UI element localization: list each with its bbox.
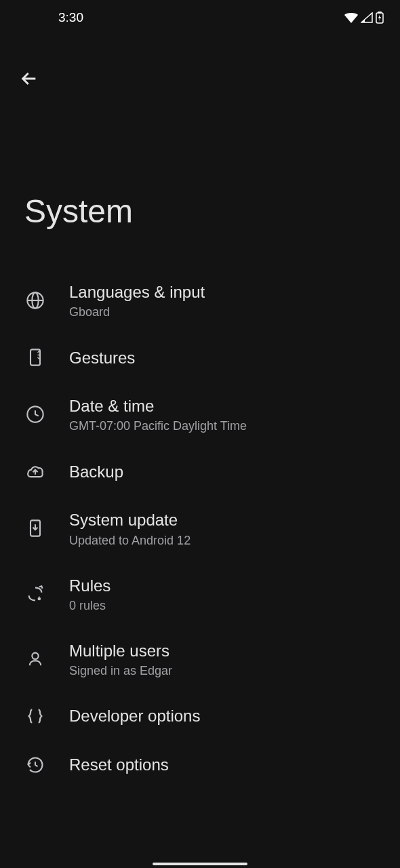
menu-item-rules[interactable]: Rules 0 rules <box>14 561 386 627</box>
rules-icon <box>24 583 46 605</box>
menu-item-backup[interactable]: Backup <box>14 447 386 496</box>
phone-gesture-icon <box>24 347 46 368</box>
menu-list: Languages & input Gboard Gestures Date &… <box>0 268 400 789</box>
menu-item-multiple-users[interactable]: Multiple users Signed in as Edgar <box>14 627 386 692</box>
menu-item-title: System update <box>69 509 376 530</box>
globe-icon <box>24 290 46 311</box>
menu-item-gestures[interactable]: Gestures <box>14 333 386 382</box>
back-button[interactable] <box>15 64 43 93</box>
page-title: System <box>0 193 400 230</box>
menu-item-datetime[interactable]: Date & time GMT-07:00 Pacific Daylight T… <box>14 382 386 447</box>
battery-icon <box>376 12 384 24</box>
menu-item-title: Date & time <box>69 395 376 416</box>
menu-item-subtitle: 0 rules <box>69 599 376 613</box>
cloud-upload-icon <box>24 460 46 482</box>
svg-point-8 <box>32 653 38 659</box>
phone-download-icon <box>24 517 46 539</box>
person-icon <box>24 648 46 670</box>
reset-icon <box>24 754 46 776</box>
status-time: 3:30 <box>58 10 83 25</box>
menu-item-subtitle: Gboard <box>69 305 376 319</box>
nav-bar-handle[interactable] <box>153 863 247 865</box>
menu-item-title: Developer options <box>69 705 200 726</box>
menu-item-developer-options[interactable]: Developer options <box>14 692 386 741</box>
menu-item-title: Multiple users <box>69 640 376 661</box>
status-bar: 3:30 <box>0 0 400 35</box>
clock-icon <box>24 403 46 425</box>
menu-item-reset-options[interactable]: Reset options <box>14 741 386 789</box>
menu-item-title: Reset options <box>69 754 169 775</box>
svg-rect-1 <box>378 12 381 13</box>
wifi-icon <box>344 12 358 23</box>
menu-item-title: Languages & input <box>69 281 376 302</box>
menu-item-subtitle: Updated to Android 12 <box>69 534 376 548</box>
menu-item-subtitle: Signed in as Edgar <box>69 664 376 678</box>
menu-item-subtitle: GMT-07:00 Pacific Daylight Time <box>69 419 376 433</box>
menu-item-title: Rules <box>69 575 376 596</box>
status-icons <box>344 12 384 24</box>
back-arrow-icon <box>18 68 40 90</box>
menu-item-title: Gestures <box>69 347 135 368</box>
svg-point-7 <box>38 597 41 600</box>
braces-icon <box>24 705 46 727</box>
menu-item-title: Backup <box>69 461 123 482</box>
signal-icon <box>361 12 373 23</box>
menu-item-languages[interactable]: Languages & input Gboard <box>14 268 386 333</box>
menu-item-system-update[interactable]: System update Updated to Android 12 <box>14 496 386 561</box>
